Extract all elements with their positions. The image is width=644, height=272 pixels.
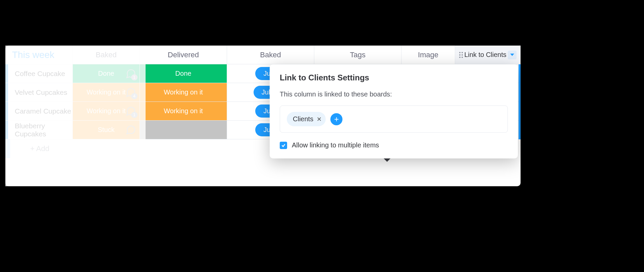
delivered-status-cell[interactable] [140,121,227,139]
column-header-tags[interactable]: Tags [314,46,401,64]
link-column-indicator [519,64,521,139]
remove-chip-icon[interactable]: ✕ [317,116,322,123]
popover-title: Link to Clients Settings [280,73,508,82]
check-icon [281,143,286,148]
group-color-bar [5,139,10,158]
linked-boards-box: Clients ✕ + [280,106,508,133]
add-board-button[interactable]: + [330,113,342,125]
delivered-status-cell[interactable]: Working on it [140,83,227,101]
popover-subtitle: This column is linked to these boards: [280,90,508,98]
chevron-down-icon [510,54,514,56]
plus-icon: + [334,115,339,124]
comments-button[interactable]: 1 [125,106,136,117]
baked-status-cell[interactable]: Stuck [72,121,140,139]
group-color-bar [5,83,8,101]
drag-handle-icon[interactable] [459,52,463,58]
speech-bubble-icon [125,125,136,135]
link-settings-popover: Link to Clients Settings This column is … [270,64,518,158]
column-menu-button[interactable] [508,51,517,59]
chip-label: Clients [293,115,313,123]
comments-button[interactable] [125,125,136,135]
delivered-status-cell[interactable]: Done [140,64,227,83]
linked-board-chip[interactable]: Clients ✕ [287,112,326,126]
popover-arrow-icon [384,158,390,162]
allow-multi-checkbox[interactable] [280,142,287,149]
header-row: This week Baked Delivered Baked Tags Ima… [5,46,521,64]
column-header-baked-2[interactable]: Baked [227,46,314,64]
comment-count-badge: 1 [131,112,138,118]
baked-status-cell[interactable]: Working on it 1 [72,102,140,120]
group-color-bar [5,102,8,120]
add-row-label: + Add [10,144,49,153]
baked-status-cell[interactable]: Working on it 4 [72,83,140,101]
delivered-status-cell[interactable]: Working on it [140,102,227,120]
comment-count-badge: 1 [131,74,138,80]
board-frame: This week Baked Delivered Baked Tags Ima… [5,46,521,186]
column-header-link[interactable]: Link to Clients [455,46,521,64]
comments-button[interactable]: 4 [125,87,136,98]
column-header-image[interactable]: Image [401,46,455,64]
baked-status-cell[interactable]: Done 1 [72,64,140,83]
comments-button[interactable]: 1 [125,68,136,79]
group-color-bar [5,64,8,83]
allow-multi-row[interactable]: Allow linking to multiple items [280,141,508,149]
column-header-link-label: Link to Clients [464,51,506,59]
column-header-baked-1[interactable]: Baked [72,46,140,64]
item-name[interactable]: Caramel Cupcake [8,102,72,120]
item-name[interactable]: Blueberry Cupcakes [8,121,72,139]
item-name[interactable]: Coffee Cupcake [8,64,72,83]
column-header-delivered[interactable]: Delivered [140,46,227,64]
group-color-bar [5,121,8,139]
comment-count-badge: 4 [131,93,138,99]
group-title[interactable]: This week [5,50,72,60]
allow-multi-label: Allow linking to multiple items [292,141,379,149]
item-name[interactable]: Velvet Cupcakes [8,83,72,101]
